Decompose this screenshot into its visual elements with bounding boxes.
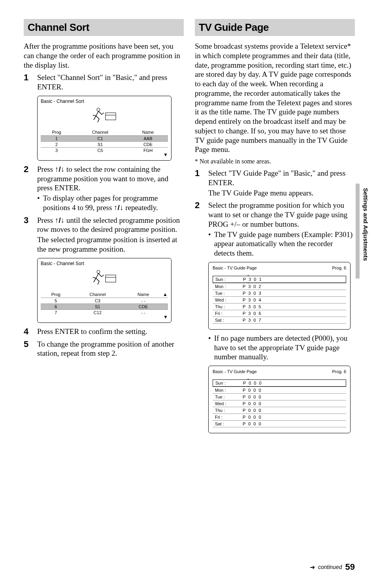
table-row: 7C12- - [41, 309, 168, 315]
step-number: 1 [195, 169, 204, 178]
step-2: 2 Press ↑/↓ to select the row containing… [24, 165, 184, 212]
page: Settings and Adjustments Channel Sort Af… [0, 0, 377, 588]
right-column: TV Guide Page Some broadcast systems pro… [195, 19, 355, 437]
page-number: 59 [345, 562, 355, 572]
step-text: Press ENTER to confirm the setting. [37, 327, 147, 336]
step-text: Press ↑/↓ until the selected programme p… [37, 216, 184, 254]
step-number: 4 [24, 327, 32, 336]
svg-point-5 [97, 270, 100, 273]
svg-point-2 [97, 108, 100, 111]
intro-text: After the programme positions have been … [24, 42, 184, 70]
guide-row: Thu :P 3 0 5 [213, 303, 346, 310]
guide-row: Fri :P 0 0 0 [213, 414, 346, 421]
step-number: 3 [24, 216, 32, 225]
guide-row: Mon :P 3 0 2 [213, 283, 346, 290]
left-column: Channel Sort After the programme positio… [24, 19, 184, 437]
ui-channel-sort-1: Basic - Channel Sort ProgChannelName 1C1… [37, 96, 172, 161]
scroll-down-icon: ▼ [41, 315, 168, 319]
guide-row: Fri :P 3 0 6 [213, 310, 346, 317]
bullet-icon: • [208, 334, 211, 362]
section-header-tv-guide: TV Guide Page [195, 19, 355, 36]
step-text: To change the programme position of anot… [37, 340, 184, 358]
channel-sort-table: ProgChannelName▲ 5C3- - 6S1CDE 7C12- - [41, 291, 168, 315]
guide-row: Wed :P 3 0 4 [213, 297, 346, 303]
runner-icon [41, 269, 168, 287]
prog-label: Prog. 6 [332, 369, 346, 374]
table-row: 6S1CDE [41, 303, 168, 309]
guide-row: Sun :P 3 0 1 [213, 276, 346, 283]
table-row: 3C5FGH [41, 147, 168, 153]
page-footer: ➜ continued 59 [310, 562, 355, 572]
bullet: • The TV guide page numbers (Example: P3… [208, 230, 355, 258]
ui-channel-sort-2: Basic - Channel Sort ProgChannelName▲ 5C… [37, 258, 172, 323]
up-down-arrow-icon: ↑/↓ [114, 203, 123, 212]
ui-title: Basic - Channel Sort [41, 261, 168, 266]
guide-row: Mon :P 0 0 0 [213, 387, 346, 394]
caret-down-icon: ⌄ [247, 280, 250, 284]
bullet: • If no page numbers are detected (P000)… [208, 334, 355, 362]
side-section-label: Settings and Adjustments [362, 188, 369, 261]
caret-down-icon: ⌄ [247, 383, 250, 388]
continued-arrow-icon: ➜ [310, 563, 315, 571]
caret-up-icon: ⌃ [247, 378, 250, 382]
bullet-wrapper: • If no page numbers are detected (P000)… [208, 334, 355, 362]
bullet-icon: • [208, 230, 211, 258]
step-2: 2 Select the programme position for whic… [195, 201, 355, 258]
step-1: 1 Select "TV Guide Page" in "Basic," and… [195, 169, 355, 197]
prog-label: Prog. 6 [332, 266, 346, 270]
up-down-arrow-icon: ↑/↓ [55, 165, 64, 173]
ui-title: Basic - TV Guide Page [213, 369, 257, 374]
step-1: 1 Select "Channel Sort" in "Basic," and … [24, 73, 184, 92]
continued-label: continued [318, 564, 342, 570]
scroll-down-icon: ▼ [41, 153, 168, 156]
section-title: Channel Sort [28, 21, 89, 33]
step-text: Select "TV Guide Page" in "Basic," and p… [208, 169, 355, 197]
runner-icon [41, 106, 168, 125]
step-3: 3 Press ↑/↓ until the selected programme… [24, 216, 184, 254]
guide-row: Sat :P 3 0 7 [213, 317, 346, 324]
step-number: 2 [24, 165, 32, 174]
guide-row: Tue :P 3 0 3 [213, 290, 346, 297]
step-text: Select the programme position for which … [208, 201, 355, 258]
step-text: Press ↑/↓ to select the row containing t… [37, 165, 184, 212]
table-row: 2S1CDE [41, 141, 168, 147]
step-4: 4 Press ENTER to confirm the setting. [24, 327, 184, 336]
ui-tv-guide-1: Basic - TV Guide Page Prog. 6 ⌃ Sun :P 3… [208, 262, 351, 330]
up-down-arrow-icon: ↑/↓ [55, 216, 64, 224]
section-header-channel-sort: Channel Sort [24, 19, 184, 36]
two-column-layout: Channel Sort After the programme positio… [24, 19, 355, 437]
ui-title: Basic - TV Guide Page [213, 266, 257, 270]
caret-up-icon: ⌃ [247, 274, 250, 279]
intro-text: Some broadcast systems provide a Teletex… [195, 42, 355, 154]
ui-tv-guide-2: Basic - TV Guide Page Prog. 6 ⌃ Sun :P 0… [208, 366, 351, 433]
bullet: • To display other pages for programme p… [37, 193, 184, 212]
channel-sort-table: ProgChannelName 1C1AAB 2S1CDE 3C5FGH [41, 129, 168, 153]
guide-row: Sat :P 0 0 0 [213, 421, 346, 427]
bullet-icon: • [37, 193, 40, 212]
table-row: 5C3- - [41, 298, 168, 303]
table-row: 1C1AAB [41, 135, 168, 141]
step-number: 1 [24, 73, 32, 82]
step-text: Select "Channel Sort" in "Basic," and pr… [37, 73, 184, 92]
section-title: TV Guide Page [199, 21, 269, 33]
step-number: 5 [24, 340, 32, 349]
scroll-up-icon: ▲ [162, 291, 168, 298]
svg-rect-3 [106, 275, 116, 282]
guide-row: Sun :P 0 0 0 [213, 379, 346, 387]
side-tab [356, 184, 360, 279]
footnote: * Not available in some areas. [195, 157, 355, 165]
ui-title: Basic - Channel Sort [41, 99, 168, 104]
step-5: 5 To change the programme position of an… [24, 340, 184, 358]
svg-rect-0 [106, 113, 116, 120]
guide-row: Wed :P 0 0 0 [213, 400, 346, 407]
step-number: 2 [195, 201, 204, 210]
guide-row: Tue :P 0 0 0 [213, 394, 346, 400]
guide-row: Thu :P 0 0 0 [213, 407, 346, 414]
